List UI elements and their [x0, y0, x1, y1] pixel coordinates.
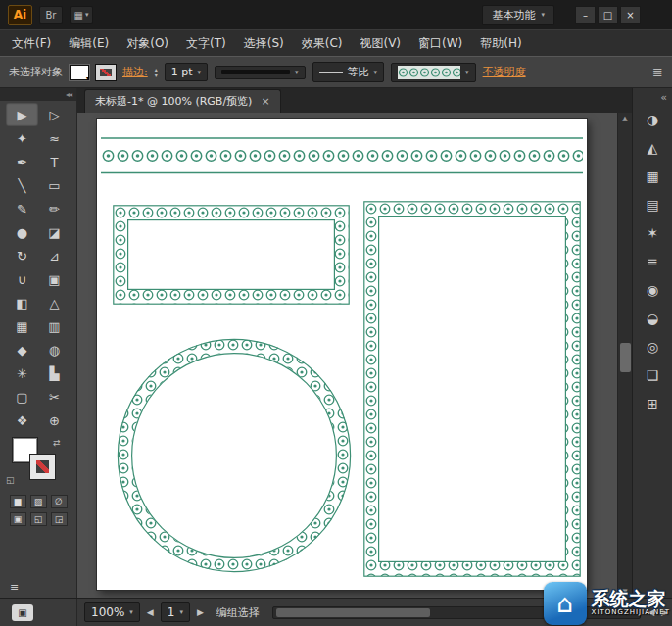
slice-tool[interactable]: ✂: [38, 385, 71, 409]
brush-definition-dropdown[interactable]: ▾: [391, 63, 476, 82]
shape-builder-tool[interactable]: ◧: [6, 291, 38, 314]
menu-item[interactable]: 文件(F): [3, 30, 60, 57]
stroke-style-dropdown[interactable]: ▾: [215, 66, 306, 79]
menu-item[interactable]: 效果(C): [293, 30, 352, 57]
tool-icon: ⊕: [49, 413, 60, 428]
screen-mode-button[interactable]: ▣: [12, 604, 33, 621]
mesh-tool[interactable]: ▦: [6, 314, 38, 338]
draw-behind-button[interactable]: ◱: [30, 512, 47, 526]
ornamental-rect-frame[interactable]: [113, 205, 350, 305]
menu-item[interactable]: 编辑(E): [60, 30, 118, 57]
ornamental-border-strip[interactable]: [101, 136, 583, 175]
vertical-scroll-thumb[interactable]: [620, 343, 631, 372]
none-button[interactable]: ∅: [51, 495, 68, 508]
close-tab-icon[interactable]: ×: [261, 95, 269, 108]
brushes-panel-icon[interactable]: ▤: [636, 191, 669, 218]
prev-artboard-button[interactable]: ◀: [147, 607, 154, 617]
rectangle-tool[interactable]: ▭: [38, 173, 71, 197]
artboards-panel-icon[interactable]: ⊞: [636, 390, 669, 417]
swap-fill-stroke-icon[interactable]: ⇄: [53, 438, 61, 448]
stroke-link[interactable]: 描边:: [122, 65, 148, 79]
transparency-panel-icon[interactable]: ◒: [636, 305, 669, 332]
horizontal-scroll-thumb[interactable]: [276, 608, 430, 617]
vertical-scrollbar[interactable]: ▲ ▼: [617, 113, 632, 598]
type-tool[interactable]: T: [38, 150, 71, 173]
canvas-area[interactable]: ▲ ▼: [77, 113, 632, 598]
color-button[interactable]: ■: [10, 495, 26, 508]
default-colors-icon[interactable]: ◱: [6, 475, 15, 485]
menu-item[interactable]: 对象(O): [118, 30, 177, 57]
close-button[interactable]: ×: [620, 6, 641, 24]
tool-icon: ▣: [48, 272, 60, 287]
symbols-panel-icon[interactable]: ✶: [636, 219, 669, 247]
selection-tool[interactable]: ▶: [6, 103, 38, 126]
pen-tool[interactable]: ✒: [6, 150, 38, 173]
gradient-button[interactable]: ▨: [30, 495, 47, 508]
rotate-tool[interactable]: ↻: [6, 244, 38, 267]
line-segment-tool[interactable]: ╲: [6, 173, 38, 197]
hand-tool[interactable]: ❖: [6, 409, 38, 432]
artboard-navigation-field[interactable]: 1 ▾: [161, 602, 190, 622]
stroke-panel-icon[interactable]: ≡: [636, 248, 669, 275]
next-artboard-button[interactable]: ▶: [197, 607, 204, 617]
width-profile-dropdown[interactable]: 等比 ▾: [312, 62, 385, 82]
scale-tool[interactable]: ⊿: [38, 244, 71, 267]
toolbar-collapse-icon[interactable]: ◂◂: [0, 88, 76, 101]
swatches-panel-icon[interactable]: ▦: [636, 163, 669, 190]
color-panel-icon[interactable]: ◑: [636, 106, 669, 133]
gradient-tool[interactable]: ▥: [38, 314, 71, 338]
appearance-panel-icon[interactable]: ◎: [636, 333, 669, 361]
collapse-panels-icon[interactable]: «: [634, 89, 671, 105]
width-tool[interactable]: ∪: [6, 267, 38, 291]
eyedropper-tool[interactable]: ◆: [6, 338, 38, 361]
eraser-tool[interactable]: ◪: [38, 220, 71, 244]
draw-normal-button[interactable]: ▣: [10, 512, 26, 526]
control-panel-menu-icon[interactable]: ≣: [652, 65, 663, 79]
free-transform-tool[interactable]: ▣: [38, 267, 71, 291]
lasso-tool[interactable]: ≈: [38, 126, 71, 150]
menu-item[interactable]: 窗口(W): [409, 30, 471, 57]
opacity-link[interactable]: 不透明度: [483, 65, 526, 79]
toolbar-footer-icon[interactable]: ≡: [0, 577, 76, 598]
stroke-width-stepper[interactable]: ▴ ▾: [155, 67, 158, 78]
menu-item[interactable]: 文字(T): [177, 30, 235, 57]
color-guide-panel-icon[interactable]: ◭: [636, 134, 669, 162]
menu-item[interactable]: 选择(S): [235, 30, 293, 57]
zoom-dropdown[interactable]: 100% ▾: [84, 602, 140, 622]
blend-tool[interactable]: ◍: [38, 338, 71, 361]
layers-panel-icon[interactable]: ❏: [636, 361, 669, 389]
stroke-color-box[interactable]: [30, 455, 55, 479]
chevron-down-icon: ▾: [198, 69, 202, 76]
stroke-width-value: 1 pt: [171, 66, 193, 78]
document-area: 未标题-1* @ 100% (RGB/预览) ×: [77, 88, 632, 598]
scroll-up-icon[interactable]: ▲: [622, 115, 627, 122]
magic-wand-tool[interactable]: ✦: [6, 126, 38, 150]
direct-selection-tool[interactable]: ▷: [38, 103, 71, 126]
column-graph-tool[interactable]: ▙: [38, 361, 71, 385]
ornamental-circle-frame[interactable]: [117, 338, 352, 573]
perspective-grid-tool[interactable]: △: [38, 291, 71, 314]
symbol-sprayer-tool[interactable]: ✳: [6, 361, 38, 385]
maximize-button[interactable]: □: [598, 6, 618, 24]
menu-item[interactable]: 视图(V): [351, 30, 409, 57]
pencil-tool[interactable]: ✏: [38, 197, 71, 220]
artboard-tool[interactable]: ▢: [6, 385, 38, 409]
zoom-tool[interactable]: ⊕: [38, 409, 71, 432]
ornamental-tall-frame[interactable]: [363, 201, 581, 577]
artboard-number: 1: [168, 605, 175, 619]
gradient-panel-icon[interactable]: ◉: [636, 276, 669, 304]
stepper-down-icon[interactable]: ▾: [155, 72, 158, 78]
paintbrush-tool[interactable]: ✎: [6, 197, 38, 220]
bridge-icon[interactable]: Br: [39, 6, 63, 24]
draw-inside-button[interactable]: ◲: [51, 512, 68, 526]
blob-brush-tool[interactable]: ●: [6, 220, 38, 244]
workspace-switcher[interactable]: 基本功能 ▾: [482, 5, 554, 25]
stroke-color-swatch[interactable]: [96, 65, 116, 80]
artboard[interactable]: [97, 119, 587, 590]
stroke-width-dropdown[interactable]: 1 pt ▾: [165, 63, 208, 81]
document-tab[interactable]: 未标题-1* @ 100% (RGB/预览) ×: [84, 89, 281, 113]
arrange-documents-icon[interactable]: ▦ ▾: [70, 6, 93, 24]
minimize-button[interactable]: –: [575, 6, 596, 24]
menu-item[interactable]: 帮助(H): [471, 30, 530, 57]
fill-color-swatch[interactable]: ▾: [70, 65, 89, 80]
